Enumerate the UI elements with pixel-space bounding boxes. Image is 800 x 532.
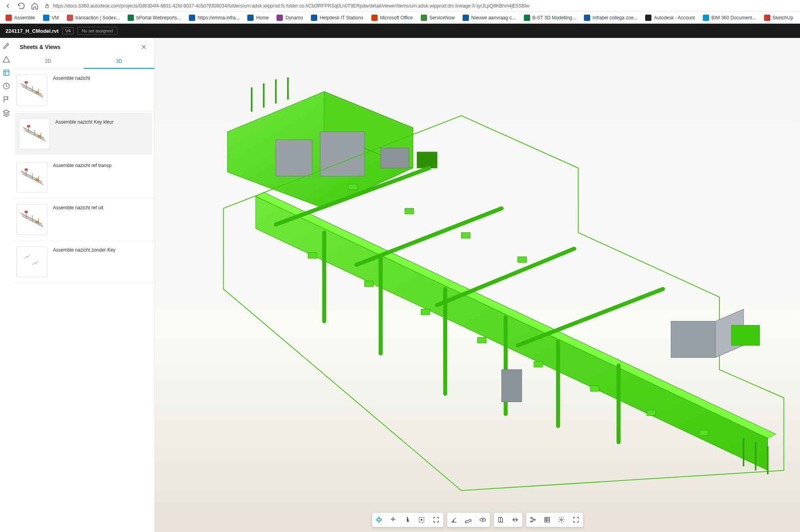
app-body: Sheets & Views 2D 3D Assemble nazichtAss…	[0, 38, 800, 532]
svg-point-60	[534, 519, 535, 521]
bookmark-favicon	[463, 15, 469, 21]
svg-rect-6	[38, 135, 41, 137]
bookmark-item[interactable]: Assemble	[2, 13, 38, 23]
svg-point-52	[378, 517, 380, 523]
properties-button[interactable]	[540, 513, 555, 527]
bookmark-item[interactable]: infrabel collega zoe...	[581, 13, 640, 23]
url-bar[interactable]: https://docs.b360.autodesk.com/projects/…	[44, 3, 796, 9]
svg-rect-18	[417, 152, 437, 168]
bookmark-label: ServiceNow	[429, 15, 455, 21]
svg-rect-5	[27, 125, 30, 128]
bookmark-label: B-ST 3D Modelling...	[533, 15, 576, 21]
bookmark-favicon	[277, 15, 283, 21]
svg-rect-40	[365, 281, 373, 286]
rail-sheets-views-icon[interactable]	[2, 69, 10, 77]
svg-rect-9	[24, 211, 28, 213]
svg-rect-0	[46, 6, 49, 8]
bookmark-item[interactable]: BIM	[798, 13, 800, 23]
orbit-button[interactable]	[372, 513, 386, 527]
view-item[interactable]: Assemble nazicht	[13, 69, 154, 111]
bookmark-label: https://emma.infra...	[198, 15, 239, 21]
view-label: Assemble nazicht zonder Key	[53, 246, 115, 277]
bookmark-favicon	[247, 15, 254, 21]
bookmark-label: BIM 360 Document...	[712, 15, 756, 21]
settings-button[interactable]	[555, 513, 569, 527]
bookmark-item[interactable]: Autodesk - Account	[642, 13, 698, 23]
view-item[interactable]: Assemble nazicht ref transp	[13, 156, 154, 199]
rail-markup-icon[interactable]	[2, 42, 10, 50]
view-tabs: 2D 3D	[13, 55, 154, 69]
bookmark-favicon	[703, 15, 709, 21]
svg-rect-48	[405, 209, 414, 214]
bookmark-label: infrabel collega zoe...	[593, 15, 637, 21]
rail-flag-icon[interactable]	[2, 96, 10, 103]
bookmark-item[interactable]: VM	[40, 13, 62, 23]
set-selector[interactable]: No set assigned	[77, 27, 117, 35]
svg-rect-49	[461, 233, 470, 238]
svg-rect-3	[24, 81, 28, 84]
bookmark-label: bPortal Webreports...	[136, 15, 181, 21]
view-thumbnail	[17, 246, 47, 277]
home-button[interactable]	[31, 2, 39, 10]
bookmark-item[interactable]: transaction | Sodex...	[64, 13, 123, 23]
rail-history-icon[interactable]	[2, 82, 10, 90]
bookmark-favicon	[189, 15, 195, 21]
close-panel-button[interactable]	[140, 43, 147, 51]
view-item[interactable]: Assemble nazicht Key kleur	[15, 113, 152, 155]
version-badge[interactable]: V4	[62, 27, 73, 34]
walk-button[interactable]	[401, 513, 415, 527]
view-item[interactable]: Assemble nazicht ref uit	[13, 199, 154, 241]
reload-button[interactable]	[17, 2, 25, 10]
bookmark-favicon	[371, 15, 378, 21]
tab-3d[interactable]: 3D	[84, 55, 155, 69]
svg-rect-44	[590, 386, 599, 391]
first-person-button[interactable]	[476, 513, 490, 527]
toolbar-group	[526, 512, 584, 527]
measure-button[interactable]	[461, 513, 476, 527]
zoom-region-button[interactable]	[415, 513, 429, 527]
model-browser-button[interactable]	[526, 513, 540, 527]
bookmark-item[interactable]: Nieuwe aanvraag c...	[459, 13, 519, 23]
view-item[interactable]: Assemble nazicht zonder Key	[13, 241, 154, 283]
left-rail	[0, 38, 13, 532]
reset-button[interactable]	[508, 513, 522, 527]
svg-rect-7	[24, 169, 28, 171]
bookmark-item[interactable]: SketchUp	[761, 13, 796, 23]
viewer-canvas[interactable]	[155, 38, 800, 532]
fit-to-view-button[interactable]	[429, 513, 443, 527]
section-button[interactable]	[494, 513, 508, 527]
bookmark-favicon	[311, 15, 317, 21]
view-thumbnail	[19, 118, 50, 149]
rail-levels-icon[interactable]	[2, 109, 10, 117]
bookmark-item[interactable]: BIM 360 Document...	[700, 13, 759, 23]
filename: 224117_H_CModel.rvt	[6, 28, 58, 34]
fullscreen-button[interactable]	[569, 513, 583, 527]
bookmark-item[interactable]: B-ST 3D Modelling...	[521, 13, 580, 23]
bookmark-item[interactable]: bPortal Webreports...	[124, 13, 184, 23]
bookmark-item[interactable]: Home	[244, 13, 272, 23]
sheets-views-panel: Sheets & Views 2D 3D Assemble nazichtAss…	[13, 38, 155, 532]
svg-rect-17	[381, 148, 409, 168]
bookmark-favicon	[67, 15, 73, 21]
svg-point-51	[376, 519, 382, 521]
toolbar-group	[493, 512, 523, 527]
view-label: Assemble nazicht ref uit	[53, 204, 103, 235]
bookmark-item[interactable]: https://emma.infra...	[186, 13, 243, 23]
rail-issues-icon[interactable]	[2, 55, 10, 63]
tab-2d[interactable]: 2D	[13, 55, 84, 69]
bookmark-item[interactable]: Dynamo	[273, 13, 306, 23]
bookmark-favicon	[584, 15, 590, 21]
bookmark-item[interactable]: ServiceNow	[418, 13, 458, 23]
bookmark-label: transaction | Sodex...	[75, 15, 120, 21]
pan-button[interactable]	[386, 513, 401, 527]
svg-rect-30	[731, 325, 759, 346]
measure-angle-button[interactable]	[447, 513, 461, 527]
bookmark-item[interactable]: Helpdesk IT Stations	[308, 13, 367, 23]
svg-point-58	[531, 517, 532, 519]
bookmark-item[interactable]: Microsoft Office	[368, 13, 416, 23]
toolbar-group	[372, 512, 444, 527]
svg-point-62	[561, 519, 563, 521]
svg-rect-50	[518, 257, 527, 262]
back-button[interactable]	[4, 2, 12, 10]
svg-rect-8	[36, 179, 39, 181]
